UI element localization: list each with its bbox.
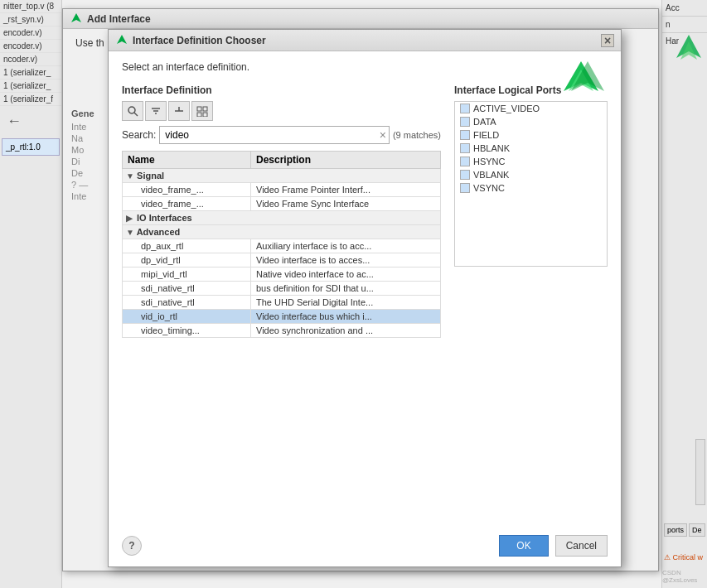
table-row[interactable]: dp_aux_rtl Auxiliary interface is to acc… — [123, 239, 441, 253]
port-item-data[interactable]: DATA — [455, 115, 607, 128]
table-row[interactable]: mipi_vid_rtl Native video interface to a… — [123, 267, 441, 282]
svg-rect-15 — [203, 107, 207, 111]
row-desc: Video synchronization and ... — [251, 324, 441, 338]
table-row[interactable]: dp_vid_rtl Video interface is to acces..… — [123, 253, 441, 267]
search-clear-btn[interactable]: × — [380, 128, 386, 142]
search-matches: (9 matches) — [393, 130, 441, 140]
panels-container: Interface Definition — [122, 84, 608, 338]
filter-toolbar-btn[interactable] — [145, 101, 167, 121]
ok-button[interactable]: OK — [499, 535, 548, 557]
expand-toolbar-btn[interactable] — [191, 101, 213, 121]
row-name: video_timing... — [123, 324, 251, 338]
port-icon — [460, 157, 470, 166]
vivado-logo — [559, 60, 604, 99]
search-bar: Search: × (9 matches) — [122, 126, 441, 144]
chooser-titlebar: Interface Definition Chooser × — [109, 30, 621, 51]
port-item-vblank[interactable]: VBLANK — [455, 168, 607, 181]
file-item-7: 1 (serializer_ — [0, 80, 61, 93]
file-item-6: 1 (serializer_ — [0, 66, 61, 80]
group-io-interfaces[interactable]: ▶ IO Interfaces — [123, 211, 441, 225]
search-input[interactable] — [159, 126, 390, 144]
row-name: dp_vid_rtl — [123, 253, 251, 267]
port-label: ACTIVE_VIDEO — [473, 104, 540, 113]
chooser-title: Interface Definition Chooser — [133, 35, 601, 46]
group-advanced[interactable]: ▼ Advanced — [123, 225, 441, 239]
file-item-1: nitter_top.v (8 — [0, 0, 61, 13]
bg-table-label: Gene Inte Na Mo Di De ? — Inte — [71, 108, 94, 203]
add-interface-title: Add Interface — [87, 13, 151, 25]
chooser-subtitle: Select an interface definition. — [122, 61, 608, 73]
port-icon — [460, 170, 470, 180]
chooser-body: Select an interface definition. Interfac… — [109, 51, 621, 348]
row-name: sdi_native_rtl — [123, 282, 251, 296]
ports-list: ACTIVE_VIDEO DATA FIELD HBLANK — [454, 101, 608, 267]
file-item-5: ncoder.v) — [0, 53, 61, 66]
row-name: sdi_native_rtl — [123, 296, 251, 310]
de-tab[interactable]: De — [689, 523, 705, 537]
port-item-vsync[interactable]: VSYNC — [455, 181, 607, 195]
row-desc: bus definition for SDI that u... — [251, 282, 441, 296]
group-signal[interactable]: ▼ Signal — [123, 169, 441, 183]
file-item-4: encoder.v) — [0, 40, 61, 53]
table-row-selected[interactable]: vid_io_rtl Video interface bus which i..… — [123, 310, 441, 324]
file-item-8: 1 (serializer_f — [0, 93, 61, 106]
row-desc: Video Frame Sync Interface — [251, 197, 441, 211]
right-panel: Interface Logical Ports ACTIVE_VIDEO DAT… — [454, 84, 608, 338]
scrollbar[interactable] — [695, 439, 705, 505]
search-toolbar-btn[interactable] — [122, 101, 143, 121]
row-desc: The UHD Serial Digital Inte... — [251, 296, 441, 310]
port-label: HSYNC — [473, 157, 506, 166]
col-name: Name — [123, 152, 251, 169]
definition-table: Name Description ▼ Signal video_frame_..… — [122, 151, 441, 338]
table-row[interactable]: sdi_native_rtl bus definition for SDI th… — [123, 282, 441, 296]
dialog-footer: ? OK Cancel — [109, 535, 621, 557]
search-label: Search: — [122, 129, 156, 141]
table-row[interactable]: sdi_native_rtl The UHD Serial Digital In… — [123, 296, 441, 310]
acc-label: Acc — [662, 0, 707, 17]
file-item-3: encoder.v) — [0, 27, 61, 40]
port-icon — [460, 130, 470, 140]
port-item-field[interactable]: FIELD — [455, 128, 607, 142]
left-panel-title: Interface Definition — [122, 84, 441, 96]
row-desc: Video interface bus which i... — [251, 310, 441, 324]
table-row[interactable]: video_frame_... Video Frame Pointer Inte… — [123, 183, 441, 197]
row-name: mipi_vid_rtl — [123, 267, 251, 282]
port-item-hblank[interactable]: HBLANK — [455, 142, 607, 155]
cancel-button[interactable]: Cancel — [555, 535, 608, 557]
table-row[interactable]: video_frame_... Video Frame Sync Interfa… — [123, 197, 441, 211]
chooser-icon — [115, 34, 128, 47]
port-icon — [460, 117, 470, 127]
port-item-hsync[interactable]: HSYNC — [455, 155, 607, 168]
toolbar — [122, 101, 441, 121]
svg-rect-14 — [197, 107, 201, 111]
row-name: dp_aux_rtl — [123, 239, 251, 253]
bottom-tabs: ports De — [662, 522, 707, 538]
help-button[interactable]: ? — [122, 536, 142, 556]
port-item-active-video[interactable]: ACTIVE_VIDEO — [455, 102, 607, 115]
svg-line-8 — [134, 113, 138, 116]
port-label: DATA — [473, 117, 496, 127]
port-icon — [460, 143, 470, 153]
right-bg-panel: Acc n Har ports De ⚠ Critical w CSDN @Zx… — [661, 0, 707, 588]
port-icon — [460, 104, 470, 113]
port-label: FIELD — [473, 130, 499, 140]
ports-tab[interactable]: ports — [664, 523, 687, 537]
add-interface-titlebar: Add Interface — [63, 9, 658, 29]
collapse-toolbar-btn[interactable] — [168, 101, 190, 121]
svg-rect-17 — [203, 113, 207, 117]
row-name: vid_io_rtl — [123, 310, 251, 324]
search-input-wrapper: × — [159, 126, 390, 144]
row-desc: Video interface is to acces... — [251, 253, 441, 267]
table-row[interactable]: video_timing... Video synchronization an… — [123, 324, 441, 338]
port-label: VSYNC — [473, 183, 505, 193]
row-desc: Native video interface to ac... — [251, 267, 441, 282]
port-label: _p_rtl:1.0 — [2, 138, 60, 156]
close-button[interactable]: × — [601, 34, 614, 47]
port-icon — [460, 183, 470, 193]
watermark: CSDN @ZxsLoves — [662, 569, 705, 584]
svg-marker-3 — [117, 35, 127, 44]
row-desc: Auxiliary interface is to acc... — [251, 239, 441, 253]
add-interface-icon — [70, 12, 83, 26]
back-arrow-icon[interactable]: ← — [0, 106, 61, 137]
row-name: video_frame_... — [123, 183, 251, 197]
